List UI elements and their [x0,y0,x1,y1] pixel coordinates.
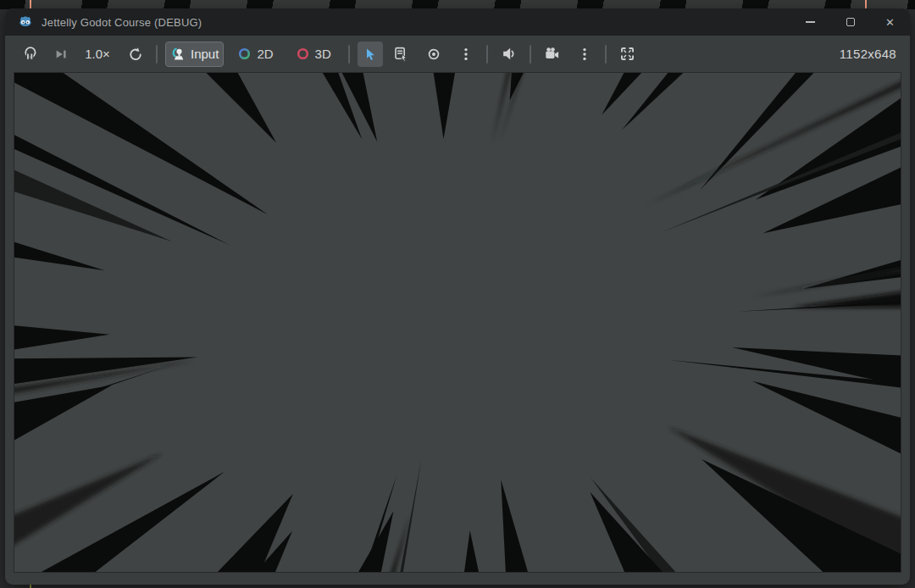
speed-lines-burst [14,73,901,572]
game-viewport[interactable] [14,72,901,573]
node-picker-button[interactable] [421,42,446,67]
close-button[interactable]: ✕ [870,8,910,36]
maximize-button[interactable] [830,8,870,36]
joystick-icon [170,47,186,62]
separator [486,45,488,64]
separator [156,45,158,64]
selection-list-button[interactable] [388,42,414,67]
pause-button[interactable] [17,42,43,67]
speed-multiplier[interactable]: 1.0× [82,47,113,61]
game-window: Jettelly Godot Course (DEBUG) ✕ [5,8,910,585]
resolution-label: 1152x648 [840,47,896,61]
input-mode-label: Input [191,47,219,61]
ring-2d-icon [237,47,252,61]
fullscreen-button[interactable] [614,42,640,67]
node-picker-icon [426,47,441,62]
window-controls: ✕ [790,8,910,36]
reset-speed-button[interactable] [123,42,148,67]
separator [605,45,607,64]
audio-mute-button[interactable] [496,42,522,67]
selection-options-button[interactable] [453,42,479,67]
close-icon: ✕ [885,17,895,28]
pause-icon [22,46,38,62]
window-title: Jettelly Godot Course (DEBUG) [42,16,202,29]
selection-list-icon [393,46,409,62]
reset-speed-icon [128,47,143,62]
kebab-menu-icon [577,47,592,62]
next-frame-button[interactable] [48,42,74,67]
maximize-icon [846,18,855,26]
cursor-icon [363,47,378,62]
separator [530,45,531,64]
fullscreen-icon [619,46,635,62]
screen: Jettelly Godot Course (DEBUG) ✕ [0,0,915,588]
mode-2d-label: 2D [257,47,273,61]
select-tool-button[interactable] [358,42,383,67]
minimize-icon [806,21,815,23]
mode-2d-button[interactable]: 2D [232,42,278,67]
debug-toolbar: 1.0× Input [5,36,910,72]
speaker-icon [501,46,517,62]
minimize-button[interactable] [790,8,830,36]
separator [348,45,350,64]
input-mode-button[interactable]: Input [165,42,224,67]
titlebar[interactable]: Jettelly Godot Course (DEBUG) ✕ [5,8,910,36]
camera-options-button[interactable] [572,42,597,67]
mode-3d-label: 3D [315,47,331,61]
kebab-menu-icon [458,47,474,62]
godot-icon [18,14,33,30]
ring-3d-icon [296,47,310,61]
camera-override-button[interactable] [539,42,565,67]
mode-3d-button[interactable]: 3D [291,42,336,67]
movie-camera-icon [544,46,560,62]
next-frame-icon [53,47,69,62]
